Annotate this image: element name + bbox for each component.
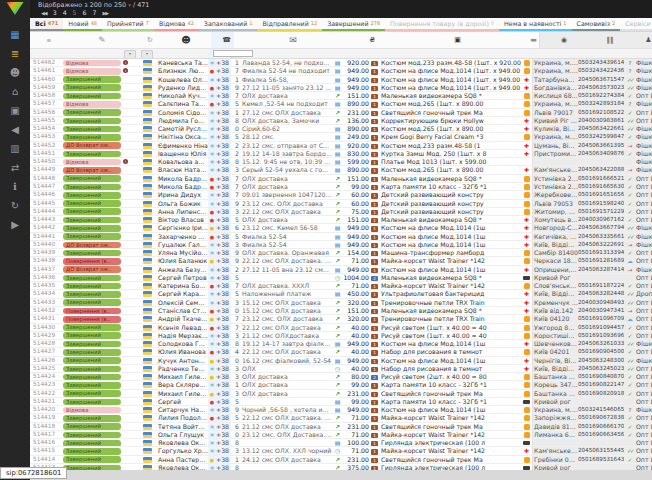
table-row[interactable]: 514438 Повернення (в.. Юлия Баланюк +38 … [30,257,652,265]
client-phone[interactable]: +38 [216,439,231,446]
table-row[interactable]: 514445 Завершений Ольга Божик +38 9 23.1… [30,200,652,208]
stats-icon[interactable]: ▥ [7,142,23,156]
client-phone[interactable]: +38 [216,109,231,116]
table-row[interactable]: 514460 Завершений Кошелева Ольга Ар +38 … [30,76,652,84]
table-row[interactable]: 514434 Завершений Сергей Карамышев +38 5… [30,290,652,298]
client-phone[interactable]: +38 [216,398,231,405]
client-phone[interactable]: +38 [216,183,231,190]
page-4[interactable]: 4 [60,9,70,16]
client-phone[interactable]: +38 [216,340,231,347]
table-row[interactable]: 514427 Завершений Юлия Иванова +38 4 22.… [30,348,652,356]
tab-Сервіси[interactable]: Сервіси0 [620,18,652,31]
table-row[interactable]: 514423 Завершений Вера Скляренко +38 1 О… [30,381,652,389]
status-column-icon[interactable]: ✎ [65,32,139,48]
table-row[interactable]: 514450 Відмова Ковальова анна +38 8 15.1… [30,158,652,166]
phone-column-icon[interactable]: ☎ [219,32,234,48]
client-phone[interactable]: +38 [216,456,231,463]
client-phone[interactable]: +38 [216,414,231,421]
info-icon[interactable]: ℹ [7,180,23,194]
client-phone[interactable]: +38 [216,307,231,314]
table-row[interactable]: 514451 Завершений Іващенко Юлія +38 2 19… [30,150,652,158]
table-row[interactable]: 514414 Завершений Анна Пастернак +38 1 2… [30,456,652,464]
client-phone[interactable]: +38 [216,282,231,289]
client-phone[interactable]: +38 [216,266,231,273]
client-phone[interactable]: +38 [216,365,231,372]
table-row[interactable]: 514417 Завершений Ольга Глущук +38 0 23.… [30,431,652,439]
table-row[interactable]: 514416 Завершений Яковлева Оксана +38 8 … [30,439,652,447]
client-phone[interactable]: +38 [216,158,231,165]
tab-Самовивіз[interactable]: Самовивіз2 [572,18,621,31]
phone-filter-input[interactable] [213,50,253,57]
table-row[interactable]: 514436 Завершений Сергей Петров +38 5 10… [30,274,652,282]
workspace-icon[interactable]: ▦ [7,28,23,42]
client-phone[interactable]: +38 [216,100,231,107]
building-icon[interactable]: ⌂ [7,85,23,99]
table-row[interactable]: 514433 Завершений Олексій Семанін +38 3 … [30,299,652,307]
table-row[interactable]: 514452 ДО Возврат ож.. Єфименко Ніна +38… [30,142,652,150]
client-phone[interactable]: +38 [216,249,231,256]
client-phone[interactable]: +38 [216,92,231,99]
table-row[interactable]: 514448 Завершений Микола Бадражан +38 7 … [30,175,652,183]
table-row[interactable]: 514415 Завершений Горгулько Христина +38… [30,447,652,455]
table-row[interactable]: 514441 Завершений Захарченко Люба +38 5 … [30,233,652,241]
client-phone[interactable]: +38 [216,357,231,364]
table-row[interactable]: 514432 Повернення (в.. Станіслав Стрижак… [30,307,652,315]
table-row[interactable]: 514447 Завершений Микола Бадражан +38 7 … [30,183,652,191]
client-phone[interactable]: +38 [216,324,231,331]
client-phone[interactable]: +38 [216,406,231,413]
page-5[interactable]: 5 [70,9,80,16]
table-row[interactable]: 514419 Завершений Лилия Подолинская +38 … [30,414,652,422]
table-row[interactable]: 514442 Завершений Сергієнко Ірина Ми +38… [30,224,652,232]
table-row[interactable]: 514454 Завершений Самотій Руслана Во +38… [30,125,652,133]
client-phone[interactable]: +38 [216,423,231,430]
tab-Повернення товару (в дорозі)[interactable]: Повернення товару (в дорозі)0 [385,18,499,31]
last-page-icon[interactable]: ▶▶ [99,10,111,16]
client-phone[interactable]: +38 [216,224,231,231]
table-row[interactable]: 514455 Завершений Людмила Гончарова +38 … [30,117,652,125]
client-phone[interactable]: +38 [216,117,231,124]
table-row[interactable]: 514418 Завершений Тетяна Войтович +38 6 … [30,423,652,431]
refresh-column-icon[interactable]: ↻ [139,32,161,48]
megaphone-icon[interactable]: ◀ [7,123,23,137]
client-phone[interactable]: +38 [216,166,231,173]
table-row[interactable]: 514444 Завершений Анна Липенська +38 3 2… [30,208,652,216]
table-row[interactable]: 514462 Відмова Каневська Тамара Л +38 1 … [30,59,652,67]
table-row[interactable]: 514420 Відмова Ситарчук Наталія Гр +38 9… [30,406,652,414]
table-row[interactable]: 514446 Завершений Ирина Дидух +38 7 09.0… [30,191,652,199]
page-7[interactable]: 7 [89,9,99,16]
client-phone[interactable]: +38 [216,125,231,132]
client-phone[interactable]: +38 [216,233,231,240]
table-row[interactable]: 514458 Завершений Николай Кучеренко +38 … [30,92,652,100]
flag-filter-dropdown[interactable]: ▾ [141,50,153,58]
app-logo[interactable] [7,2,24,15]
client-phone[interactable]: +38 [216,142,231,149]
status-filter-dropdown[interactable]: ▾ [124,50,136,58]
client-phone[interactable]: +38 [216,299,231,306]
table-row[interactable]: 514453 Завершений Нікітіна Оксана Дми +3… [30,133,652,141]
cart-icon[interactable]: ▣ [7,104,23,118]
table-row[interactable]: 514426 Завершений Кучук Антонина +38 0 1… [30,357,652,365]
video-icon[interactable]: ▶ [7,218,23,232]
client-phone[interactable]: +38 [216,175,231,182]
page-6[interactable]: 6 [80,9,90,16]
table-row[interactable]: 514428 Завершений Солодкова Галина В +38… [30,340,652,348]
table-row[interactable]: 514422 Завершений Михаил Гилецький +38 3… [30,390,652,398]
source-column-icon[interactable]: ♟ [645,32,652,48]
table-row[interactable]: 514443 Завершений Віктор Власов +38 5 ОЛ… [30,216,652,224]
first-page-icon[interactable]: ◀◀ [38,10,50,16]
table-row[interactable]: 514439 Завершений Уляна Мусійовська +38 … [30,249,652,257]
table-row[interactable]: 514437 ДО Возврат ож.. Анжела Безушку +3… [30,266,652,274]
client-phone[interactable]: +38 [216,67,231,74]
client-phone[interactable]: +38 [216,208,231,215]
table-row[interactable]: 514457 Відмова Салєпина Татьяна С +38 5 … [30,100,652,108]
table-row[interactable]: 514421 Завершений Сергей +38 5 99.00 1 К… [30,398,652,406]
table-row[interactable]: 514449 ДО Возврат ож.. Власюк Наталья +3… [30,166,652,174]
tab-Завершений[interactable]: Завершений278 [322,18,385,31]
client-phone[interactable]: +38 [216,290,231,297]
address-column-icon[interactable]: ◉ [539,32,587,48]
ttn-column-icon[interactable]: ‖‖ [587,32,633,48]
client-phone[interactable]: +38 [216,133,231,140]
tab-Відмова[interactable]: Відмова42 [154,18,199,31]
page-3[interactable]: 3 [50,9,60,16]
table-row[interactable]: 514461 Відмова Близнюк Людмила +38 7 Фиа… [30,67,652,75]
